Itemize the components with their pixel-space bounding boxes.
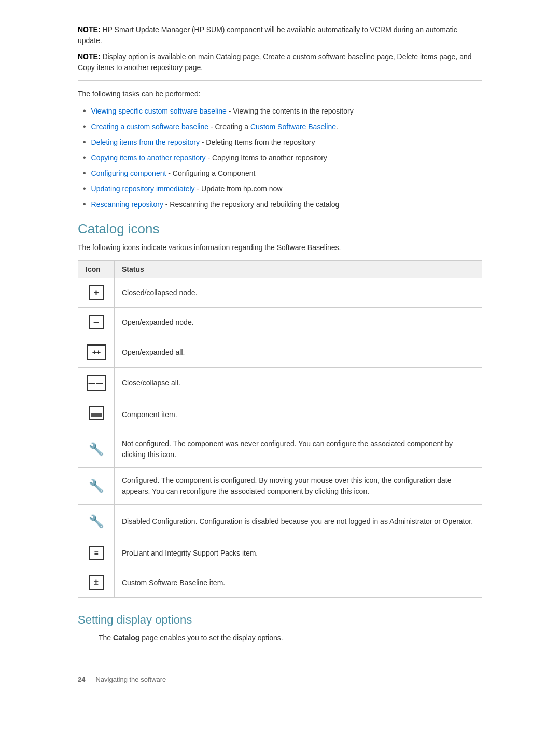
component-box-icon — [89, 406, 104, 420]
icon-cell-component — [78, 398, 115, 431]
list-item: Creating a custom software baseline - Cr… — [83, 120, 482, 133]
status-cell-minus: Open/expanded node. — [115, 308, 482, 337]
table-row: ++ Open/expanded all. — [78, 337, 482, 368]
catalog-icons-title: Catalog icons — [78, 221, 482, 237]
list-item: Deleting items from the repository - Del… — [83, 136, 482, 148]
component-inner — [91, 413, 102, 417]
table-row: 🔧 Not configured. The component was neve… — [78, 431, 482, 468]
list-item: Viewing specific custom software baselin… — [83, 105, 482, 117]
table-header-status: Status — [115, 261, 482, 278]
divider-1 — [78, 80, 482, 81]
link-copying-items[interactable]: Copying items to another repository — [91, 154, 206, 162]
link-creating-baseline[interactable]: Creating a custom software baseline — [91, 122, 208, 131]
status-cell-custom-baseline: Custom Software Baseline item. — [115, 568, 482, 598]
note-2-label: NOTE: — [78, 52, 101, 61]
icon-cell-proliant: ≡ — [78, 538, 115, 568]
status-cell-component: Component item. — [115, 398, 482, 431]
icon-cell-custom-baseline: ± — [78, 568, 115, 598]
note-2-text: Display option is available on main Cata… — [78, 52, 472, 72]
icon-cell-double-plus: ++ — [78, 337, 115, 368]
minus-box-icon: − — [89, 315, 104, 329]
custom-baseline-icon: ± — [89, 575, 104, 590]
table-row: Component item. — [78, 398, 482, 431]
task-desc-0: - Viewing the contents in the repository — [227, 107, 354, 115]
table-row: —— Close/collapse all. — [78, 368, 482, 398]
status-cell-proliant: ProLiant and Integrity Support Packs ite… — [115, 538, 482, 568]
proliant-icon: ≡ — [89, 546, 104, 560]
link-configuring-component[interactable]: Configuring component — [91, 169, 166, 177]
note-1: NOTE: HP Smart Update Manager (HP SUM) c… — [78, 24, 482, 46]
footer-page-number: 24 — [78, 675, 85, 683]
setting-display-section: Setting display options The Catalog page… — [78, 613, 482, 643]
list-item: Rescanning repository - Rescanning the r… — [83, 198, 482, 211]
link-viewing-baseline[interactable]: Viewing specific custom software baselin… — [91, 107, 227, 115]
table-row: 🔧 Configured. The component is configure… — [78, 468, 482, 505]
status-cell-wrench-gray: Disabled Configuration. Configuration is… — [115, 505, 482, 538]
list-item: Configuring component - Configuring a Co… — [83, 167, 482, 179]
list-item: Updating repository immediately - Update… — [83, 183, 482, 195]
task-suffix-1: . — [336, 122, 338, 131]
status-cell-double-plus: Open/expanded all. — [115, 337, 482, 368]
catalog-icons-intro: The following icons indicate various inf… — [78, 242, 482, 253]
task-desc-2: - Deleting Items from the repository — [200, 138, 315, 146]
table-row: ± Custom Software Baseline item. — [78, 568, 482, 598]
icon-cell-plus: + — [78, 278, 115, 308]
list-item: Copying items to another repository - Co… — [83, 151, 482, 164]
table-row: ≡ ProLiant and Integrity Support Packs i… — [78, 538, 482, 568]
task-desc-1: - Creating a — [208, 122, 250, 131]
catalog-icons-table: Icon Status + Closed/collapsed node. − O… — [78, 260, 482, 598]
table-row: − Open/expanded node. — [78, 308, 482, 337]
wrench-gray-icon: 🔧 — [89, 512, 104, 531]
status-cell-wrench-red-config: Configured. The component is configured.… — [115, 468, 482, 505]
footer: 24 Navigating the software — [78, 670, 482, 683]
task-list: Viewing specific custom software baselin… — [83, 105, 482, 211]
double-plus-box-icon: ++ — [87, 344, 106, 360]
link-rescanning-repository[interactable]: Rescanning repository — [91, 200, 163, 209]
task-desc-3: - Copying Items to another repository — [206, 154, 327, 162]
link-custom-software-baseline[interactable]: Custom Software Baseline — [250, 122, 336, 131]
icon-cell-minus: − — [78, 308, 115, 337]
double-minus-box-icon: —— — [87, 375, 106, 391]
icon-cell-wrench-red-config: 🔧 — [78, 468, 115, 505]
status-cell-plus: Closed/collapsed node. — [115, 278, 482, 308]
status-cell-double-minus: Close/collapse all. — [115, 368, 482, 398]
task-desc-4: - Configuring a Component — [166, 169, 255, 177]
task-desc-6: - Rescanning the repository and rebuildi… — [163, 200, 339, 209]
setting-display-title: Setting display options — [78, 613, 482, 627]
setting-text-after: page enables you to set the display opti… — [139, 633, 283, 642]
setting-bold-word: Catalog — [113, 633, 139, 642]
wrench-red-config-icon: 🔧 — [89, 477, 104, 495]
task-desc-5: - Update from hp.com now — [195, 185, 283, 193]
table-row: 🔧 Disabled Configuration. Configuration … — [78, 505, 482, 538]
icon-cell-double-minus: —— — [78, 368, 115, 398]
tasks-intro: The following tasks can be performed: — [78, 88, 482, 100]
note-1-text: HP Smart Update Manager (HP SUM) compone… — [78, 25, 457, 45]
icon-cell-wrench-red: 🔧 — [78, 431, 115, 468]
wrench-red-icon: 🔧 — [89, 440, 104, 459]
footer-section: Navigating the software — [95, 675, 166, 683]
link-updating-repository[interactable]: Updating repository immediately — [91, 185, 195, 193]
status-cell-wrench-red: Not configured. The component was never … — [115, 431, 482, 468]
table-row: + Closed/collapsed node. — [78, 278, 482, 308]
setting-display-text: The Catalog page enables you to set the … — [99, 632, 482, 643]
icon-cell-wrench-gray: 🔧 — [78, 505, 115, 538]
table-header-icon: Icon — [78, 261, 115, 278]
link-deleting-items[interactable]: Deleting items from the repository — [91, 138, 200, 146]
plus-box-icon: + — [89, 285, 104, 300]
setting-text-before: The — [99, 633, 113, 642]
note-2: NOTE: Display option is available on mai… — [78, 51, 482, 73]
note-1-label: NOTE: — [78, 25, 101, 34]
